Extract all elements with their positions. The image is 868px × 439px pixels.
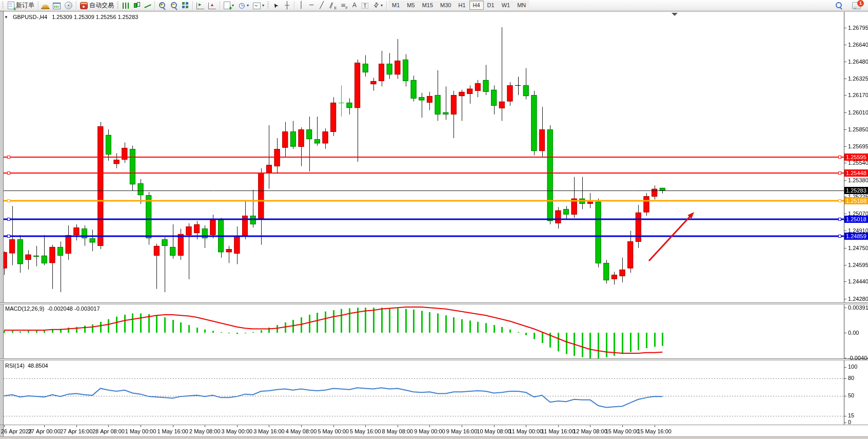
toolbar-grip (2, 2, 4, 9)
cursor-button[interactable] (271, 1, 282, 10)
fibo-button[interactable] (338, 1, 349, 10)
text-button[interactable] (349, 1, 360, 10)
toolbar-separator (38, 1, 38, 10)
candlestick-chart-icon (133, 2, 140, 9)
collapse-triangle-icon[interactable]: ▼ (4, 15, 8, 20)
trendline-button[interactable] (317, 1, 327, 10)
text-icon (351, 2, 358, 9)
auto-scroll-button[interactable] (194, 1, 206, 10)
new-order-icon (8, 2, 14, 9)
bar-chart-icon (123, 3, 129, 9)
tile-windows-icon (182, 2, 189, 9)
channel-icon (329, 2, 336, 9)
tile-windows-button[interactable] (180, 1, 191, 10)
toolbar-grip (267, 2, 269, 9)
toolbar-separator (154, 1, 155, 10)
chart-shift-button[interactable] (206, 1, 218, 10)
macd-indicator-label: MACD(12,26,9)-0.002048 -0.003017 (5, 306, 100, 312)
chat-bubble-icon: 1 (852, 2, 861, 9)
signal-icon (65, 2, 72, 9)
timeframe-h1-button[interactable]: H1 (455, 1, 469, 10)
notification-badge: 1 (857, 0, 864, 7)
dropdown-caret-icon: ▾ (262, 3, 264, 8)
toolbar-separator (386, 1, 387, 10)
autotrade-button[interactable]: 自动交易 (78, 1, 116, 10)
zoom-in-button[interactable]: + (156, 1, 168, 10)
timeframe-m15-button[interactable]: M15 (419, 1, 437, 10)
dropdown-caret-icon: ▾ (247, 3, 249, 8)
toolbar-separator (76, 1, 76, 10)
toolbar-right: 1 (833, 1, 867, 10)
periods-button[interactable]: ▾ (236, 1, 251, 10)
hat-icon (42, 5, 49, 8)
hat-button[interactable] (40, 1, 51, 10)
dropdown-caret-icon: ▾ (381, 3, 383, 8)
symbol-period-label: GBPUSD-,H4 (13, 14, 47, 20)
label-icon (362, 3, 368, 9)
toolbar-separator (192, 1, 193, 10)
cursor-icon (273, 2, 280, 9)
templates-button[interactable]: ▾ (251, 1, 266, 10)
notifications-button[interactable]: 1 (850, 1, 863, 10)
templates-icon (253, 3, 261, 9)
chart-shift-icon (208, 3, 216, 9)
timeframe-m5-button[interactable]: M5 (403, 1, 418, 10)
arrows-button[interactable]: ▾ (370, 1, 385, 10)
crosshair-icon (284, 2, 290, 9)
macd-name: MACD(12,26,9) (5, 306, 44, 312)
auto-scroll-icon (196, 3, 204, 9)
toolbar-grip (117, 2, 119, 9)
timeframe-m1-button[interactable]: M1 (388, 1, 403, 10)
hline-icon (308, 2, 314, 9)
toolbar-separator (220, 1, 220, 10)
rsi-indicator-label: RSI(14)48.8504 (5, 362, 48, 369)
channel-button[interactable] (327, 1, 338, 10)
search-button[interactable] (833, 1, 845, 10)
vline-button[interactable] (296, 1, 306, 10)
line-chart-icon (144, 2, 151, 9)
zoom-out-button[interactable]: − (168, 1, 180, 10)
timeframe-w1-button[interactable]: W1 (498, 1, 514, 10)
zoom-in-icon: + (159, 2, 166, 9)
vline-icon (298, 2, 304, 9)
macd-values: -0.002048 -0.003017 (47, 306, 100, 312)
rsi-name: RSI(14) (5, 362, 25, 369)
timeframe-h4-button[interactable]: H4 (469, 1, 484, 10)
crosshair-button[interactable] (282, 1, 292, 10)
timeframe-mn-button[interactable]: MN (514, 1, 529, 10)
autotrade-icon (80, 2, 88, 9)
search-icon (835, 2, 843, 9)
new-order-button[interactable]: 新订单 (6, 1, 36, 10)
line-chart-button[interactable] (142, 1, 153, 10)
trendline-icon (319, 2, 325, 9)
label-button[interactable] (360, 1, 370, 10)
price-chart-canvas[interactable] (0, 0, 868, 439)
toolbar-separator (294, 1, 294, 10)
chart-window-icon (53, 3, 61, 9)
ohlc-values: 1.25309 1.25309 1.25256 1.25283 (52, 14, 138, 20)
chart-title: ▼ GBPUSD-,H4 1.25309 1.25309 1.25256 1.2… (4, 14, 138, 20)
signal-button[interactable] (63, 1, 74, 10)
timeframe-d1-button[interactable]: D1 (484, 1, 498, 10)
mt4-window: 新订单自动交易+−▾▾▾▾M1M5M15M30H1H4D1W1MN1 ▼ GBP… (0, 0, 868, 439)
periods-icon (238, 2, 245, 9)
chart-window-button[interactable] (51, 1, 63, 10)
zoom-out-icon: − (170, 2, 178, 9)
toolbar-button-label: 新订单 (16, 1, 34, 10)
toolbar: 新订单自动交易+−▾▾▾▾M1M5M15M30H1H4D1W1MN1 (0, 0, 868, 11)
fibo-icon (340, 2, 347, 9)
rsi-value: 48.8504 (28, 362, 48, 369)
indicators-button[interactable]: ▾ (222, 1, 236, 10)
indicators-icon (224, 2, 230, 9)
bar-chart-button[interactable] (121, 1, 131, 10)
timeframe-m30-button[interactable]: M30 (437, 1, 455, 10)
arrows-icon (372, 2, 379, 9)
candlestick-chart-button[interactable] (131, 1, 142, 10)
toolbar-button-label: 自动交易 (89, 1, 114, 10)
hline-button[interactable] (306, 1, 317, 10)
